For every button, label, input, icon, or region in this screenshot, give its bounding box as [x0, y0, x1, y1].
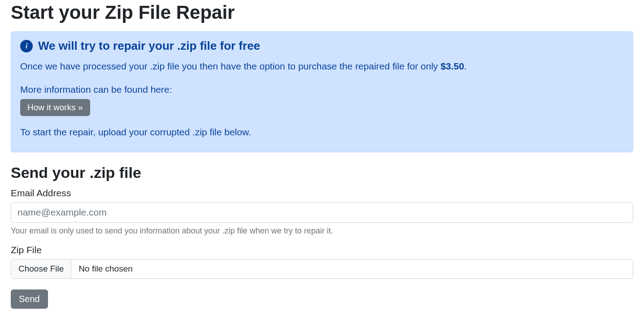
file-label: Zip File [11, 245, 633, 255]
info-start-hint: To start the repair, upload your corrupt… [20, 125, 624, 139]
page-title: Start your Zip File Repair [11, 2, 633, 23]
info-intro-pre: Once we have processed your .zip file yo… [20, 61, 440, 71]
info-heading-text: We will try to repair your .zip file for… [38, 39, 260, 53]
choose-file-button[interactable]: Choose File [11, 259, 71, 278]
info-price: $3.50 [440, 61, 464, 71]
info-icon: i [20, 40, 33, 52]
send-button[interactable]: Send [11, 289, 48, 309]
form-heading: Send your .zip file [11, 164, 633, 181]
file-status: No file chosen [71, 259, 633, 278]
info-heading: i We will try to repair your .zip file f… [20, 39, 624, 53]
info-more-info: More information can be found here: [20, 82, 624, 97]
info-intro: Once we have processed your .zip file yo… [20, 59, 624, 73]
how-it-works-button[interactable]: How it works » [20, 99, 90, 116]
email-hint: Your email is only used to send you info… [11, 226, 633, 236]
info-intro-post: . [464, 61, 467, 71]
email-label: Email Address [11, 188, 633, 199]
email-field[interactable] [11, 202, 633, 223]
info-panel: i We will try to repair your .zip file f… [11, 31, 633, 152]
file-input[interactable]: Choose File No file chosen [11, 259, 633, 279]
